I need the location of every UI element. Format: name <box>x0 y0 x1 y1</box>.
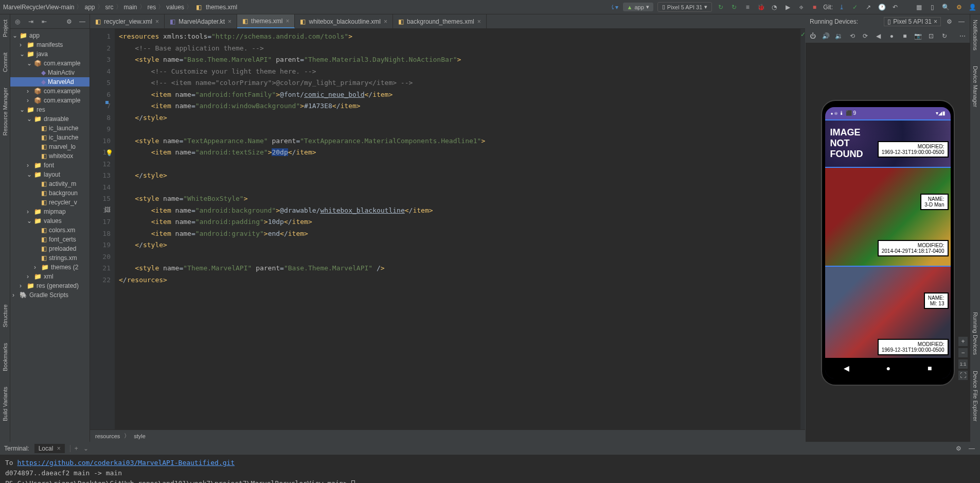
run-config-selector[interactable]: ▲ app ▾ <box>623 3 653 11</box>
close-icon[interactable]: × <box>155 18 159 25</box>
profile-icon[interactable]: ◔ <box>770 3 779 12</box>
breadcrumb-item[interactable]: app <box>84 4 95 11</box>
tree-item[interactable]: ⌄📁layout <box>10 170 90 179</box>
device-manager-tab[interactable]: Device Manager <box>972 66 978 107</box>
tree-item[interactable]: ◧preloaded <box>10 244 90 253</box>
editor-tab[interactable]: ◧background_themes.xml× <box>393 14 487 28</box>
phone-screen[interactable]: ⬥ ◉ 🌡 ⬛ 9 ▾◢▮ IMAGE NOT FOUND MODIFIED: <box>825 107 951 378</box>
record-icon[interactable]: ⊡ <box>927 31 935 41</box>
tree-item[interactable]: ›📁mipmap <box>10 207 90 216</box>
reload-icon[interactable]: ↻ <box>940 31 949 41</box>
running-devices-tab[interactable]: Running Devices <box>972 312 978 355</box>
tree-item[interactable]: ◧colors.xm <box>10 226 90 235</box>
rerun-icon[interactable]: ↻ <box>729 3 739 12</box>
add-terminal-button[interactable]: + <box>70 445 78 452</box>
tree-item[interactable]: ◧whitebox <box>10 151 90 161</box>
history-icon[interactable]: 🕐 <box>877 3 886 12</box>
tree-item[interactable]: ⌄📁app <box>10 31 90 40</box>
screenshot-icon[interactable]: 📷 <box>914 31 922 41</box>
close-icon[interactable]: × <box>228 18 231 25</box>
overview-button[interactable]: ■ <box>928 364 932 372</box>
editor-tab[interactable]: ◧whitebox_blackoutline.xml× <box>295 14 393 28</box>
tree-item[interactable]: ›📁res (generated) <box>10 281 90 290</box>
collapse-icon[interactable]: ⇥ <box>27 18 35 26</box>
close-icon[interactable]: × <box>286 18 289 25</box>
run-icon[interactable]: ↻ <box>716 3 725 12</box>
tree-item[interactable]: ◧marvel_lo <box>10 142 90 151</box>
close-icon[interactable]: × <box>57 445 61 452</box>
notifications-tab[interactable]: Notifications <box>972 20 978 50</box>
tree-item[interactable]: ⌄📦com.example <box>10 59 90 68</box>
rotate-right-icon[interactable]: ⟳ <box>861 31 869 41</box>
sdk-icon[interactable]: ▯ <box>928 3 937 12</box>
tree-item[interactable]: ◧font_certs <box>10 235 90 244</box>
volume-down-icon[interactable]: 🔉 <box>835 31 843 41</box>
commit-tool-tab[interactable]: Commit <box>2 53 8 72</box>
terminal-content[interactable]: To https://github.com/coderkai03/MarvelA… <box>0 455 980 483</box>
breakpoint-icon[interactable] <box>105 101 109 104</box>
tree-item[interactable]: ◧activity_m <box>10 179 90 188</box>
breadcrumb-item[interactable]: style <box>134 433 146 439</box>
chevron-down-icon[interactable]: ⌄ <box>83 445 88 452</box>
rotate-left-icon[interactable]: ⟲ <box>848 31 857 41</box>
more-icon[interactable]: ⋯ <box>958 31 967 41</box>
stop-icon[interactable]: ■ <box>810 3 819 12</box>
user-icon[interactable]: 👤 <box>968 3 977 12</box>
gear-icon[interactable]: ⚙ <box>945 18 953 26</box>
breadcrumb-item[interactable]: themes.xml <box>206 4 237 11</box>
rollback-icon[interactable]: ↶ <box>890 3 900 12</box>
hide-icon[interactable]: — <box>957 18 966 26</box>
coverage-icon[interactable]: ▶ <box>783 3 792 12</box>
commit-icon[interactable]: ✓ <box>850 3 860 12</box>
hide-icon[interactable]: — <box>78 18 86 26</box>
sync-icon[interactable]: ⤹▾ <box>610 3 619 12</box>
hide-icon[interactable]: — <box>968 444 976 453</box>
project-tool-tab[interactable]: Project <box>2 20 8 37</box>
editor-tab[interactable]: ◧MarvelAdapter.kt× <box>165 14 237 28</box>
target-icon[interactable]: ◎ <box>13 18 22 26</box>
close-icon[interactable]: × <box>384 18 387 25</box>
tree-item[interactable]: ›📦com.example <box>10 96 90 105</box>
breadcrumb-item[interactable]: main <box>124 4 137 11</box>
resource-manager-tool-tab[interactable]: Resource Manager <box>2 88 8 136</box>
tree-item[interactable]: ›🐘Gradle Scripts <box>10 290 90 300</box>
tree-item[interactable]: ◧strings.xm <box>10 253 90 263</box>
search-icon[interactable]: 🔍 <box>941 3 950 12</box>
zoom-fit-button[interactable]: ⛶ <box>958 371 968 380</box>
tree-item[interactable]: ⌄📁drawable <box>10 114 90 124</box>
tree-item[interactable]: ◧ic_launche <box>10 133 90 142</box>
terminal-link[interactable]: https://github.com/coderkai03/MarvelAPI-… <box>17 459 235 467</box>
breadcrumb-item[interactable]: resources <box>95 433 120 439</box>
tree-item[interactable]: ›📁themes (2 <box>10 263 90 272</box>
power-icon[interactable]: ⏻ <box>809 31 817 41</box>
tree-item[interactable]: ⌄📁java <box>10 49 90 59</box>
settings-icon[interactable]: ⚙ <box>954 3 964 12</box>
tree-item[interactable]: ◧ic_launche <box>10 124 90 133</box>
breadcrumb-item[interactable]: res <box>148 4 156 11</box>
bulb-icon[interactable]: 💡 <box>105 149 113 157</box>
home-icon[interactable]: ● <box>887 31 896 41</box>
editor-tab[interactable]: ◧recycler_view.xml× <box>90 14 165 28</box>
tree-item[interactable]: ◆MainActiv <box>10 68 90 77</box>
home-button[interactable]: ● <box>886 364 890 372</box>
debug-icon[interactable]: 🐞 <box>756 3 765 12</box>
update-icon[interactable]: ⤓ <box>837 3 846 12</box>
tree-item[interactable]: ◆MarvelAd <box>10 77 90 87</box>
overview-icon[interactable]: ■ <box>901 31 909 41</box>
tree-item[interactable]: ›📁manifests <box>10 40 90 49</box>
breadcrumb-item[interactable]: values <box>166 4 184 11</box>
close-icon[interactable]: × <box>477 18 481 25</box>
running-device-tab[interactable]: ▯ Pixel 5 API 31 × <box>884 17 941 26</box>
close-icon[interactable]: × <box>934 18 937 25</box>
gutter-image-icon[interactable]: 🖼 <box>104 206 111 213</box>
apply-changes-icon[interactable]: ≡ <box>743 3 752 12</box>
avd-icon[interactable]: ▦ <box>914 3 923 12</box>
tree-item[interactable]: ›📦com.example <box>10 87 90 96</box>
tree-item[interactable]: ⌄📁values <box>10 216 90 226</box>
volume-up-icon[interactable]: 🔊 <box>822 31 830 41</box>
tree-item[interactable]: ›📁font <box>10 161 90 170</box>
back-icon[interactable]: ◀ <box>875 31 883 41</box>
expand-icon[interactable]: ⇤ <box>40 18 48 26</box>
tree-item[interactable]: ◧backgroun <box>10 188 90 198</box>
device-selector[interactable]: ▯ Pixel 5 API 31 ▾ <box>657 2 712 12</box>
